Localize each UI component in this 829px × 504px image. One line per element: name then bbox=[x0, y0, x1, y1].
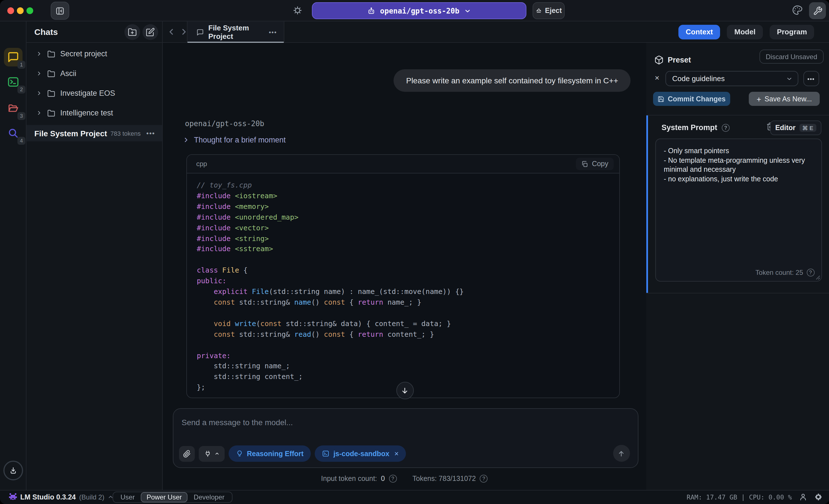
code-line: #include <iostream> bbox=[197, 191, 609, 202]
zoom-window-button[interactable] bbox=[27, 7, 33, 14]
code-line bbox=[197, 255, 609, 265]
search-icon bbox=[7, 127, 19, 139]
tab-bar: File System Project ••• bbox=[163, 22, 646, 43]
tab-options-button[interactable]: ••• bbox=[269, 29, 277, 35]
settings-gear-icon[interactable] bbox=[814, 493, 822, 501]
send-message-button[interactable] bbox=[613, 445, 630, 462]
nav-discover-button[interactable]: 4 bbox=[4, 124, 23, 142]
new-chat-button[interactable] bbox=[142, 24, 158, 40]
chat-folder-row[interactable]: Secret project bbox=[27, 44, 162, 64]
nav-developer-button[interactable]: 2 bbox=[4, 73, 23, 91]
chats-panel: Chats Secret projectAsciiInvestigate EOS… bbox=[27, 22, 163, 490]
thought-toggle[interactable]: Thought for a brief moment bbox=[183, 136, 286, 144]
scroll-to-bottom-button[interactable] bbox=[396, 382, 413, 399]
chat-folder-row[interactable]: Intelligence test bbox=[27, 103, 162, 123]
nav-rail: 1 2 3 4 bbox=[0, 22, 27, 490]
robot-icon bbox=[367, 6, 375, 15]
folder-plus-icon bbox=[128, 28, 137, 37]
commit-changes-button[interactable]: Commit Changes bbox=[653, 92, 730, 106]
js-code-sandbox-pill[interactable]: js-code-sandbox × bbox=[315, 445, 406, 462]
chat-options-button[interactable]: ••• bbox=[146, 129, 155, 137]
help-circle-icon[interactable]: ? bbox=[480, 475, 488, 482]
code-content: // toy_fs.cpp#include <iostream>#include… bbox=[187, 174, 619, 398]
save-icon bbox=[657, 96, 664, 102]
copy-code-button[interactable]: Copy bbox=[576, 158, 613, 170]
chat-main: File System Project ••• Please write an … bbox=[163, 22, 646, 490]
nav-my-models-button[interactable]: 3 bbox=[4, 99, 23, 118]
code-line bbox=[197, 340, 609, 351]
user-account-icon[interactable] bbox=[799, 493, 807, 501]
tab-title: File System Project bbox=[208, 24, 269, 41]
keyboard-shortcut-badge: ⌘ E bbox=[799, 124, 816, 132]
tab-file-system-project[interactable]: File System Project ••• bbox=[187, 22, 284, 43]
tab-model[interactable]: Model bbox=[727, 25, 763, 39]
new-folder-button[interactable] bbox=[124, 24, 140, 40]
shortcut-badge: 4 bbox=[17, 137, 25, 145]
system-prompt-title: System Prompt bbox=[661, 123, 717, 132]
chat-item-selected[interactable]: File System Project 783 tokens ••• bbox=[27, 125, 162, 141]
open-prompt-editor-button[interactable]: Editor ⌘ E bbox=[770, 120, 821, 135]
code-line: #include <unordered_map> bbox=[197, 212, 609, 223]
chat-name: File System Project bbox=[34, 129, 107, 138]
downloads-button[interactable] bbox=[3, 460, 23, 480]
code-line: const std::string& read() const { return… bbox=[197, 329, 609, 340]
settings-gear-button[interactable] bbox=[292, 4, 303, 16]
chat-folder-row[interactable]: Investigate EOS bbox=[27, 83, 162, 103]
back-button[interactable] bbox=[166, 27, 176, 37]
model-selector-dropdown[interactable]: openai/gpt-oss-20b bbox=[312, 2, 527, 19]
minimize-window-button[interactable] bbox=[17, 7, 24, 14]
user-message-bubble: Please write an example self contained t… bbox=[394, 69, 630, 92]
token-stats-line: Input token count: 0 ? Tokens: 783/13107… bbox=[163, 475, 646, 482]
tab-context[interactable]: Context bbox=[678, 25, 720, 39]
message-composer[interactable]: Send a message to the model... bbox=[173, 408, 638, 468]
tab-active-indicator bbox=[187, 42, 284, 43]
reasoning-effort-pill[interactable]: Reasoning Effort bbox=[228, 445, 311, 462]
code-language-label: cpp bbox=[196, 160, 207, 168]
code-line: #include <string> bbox=[197, 233, 609, 244]
eject-label: Eject bbox=[545, 7, 562, 15]
thought-label: Thought for a brief moment bbox=[194, 136, 286, 144]
preset-options-button[interactable]: ••• bbox=[803, 71, 819, 86]
response-model-name: openai/gpt-oss-20b bbox=[185, 119, 264, 128]
arrow-down-icon bbox=[400, 386, 409, 395]
chevron-right-icon bbox=[183, 137, 189, 143]
chat-folder-row[interactable]: Ascii bbox=[27, 64, 162, 83]
close-window-button[interactable] bbox=[7, 7, 14, 14]
remove-sandbox-button[interactable]: × bbox=[394, 449, 399, 458]
chevron-right-icon bbox=[36, 70, 42, 77]
developer-tools-button[interactable] bbox=[809, 2, 826, 19]
discard-unsaved-button[interactable]: Discard Unsaved bbox=[759, 49, 823, 64]
panel-tabs: Context Model Program bbox=[646, 22, 829, 43]
mode-user[interactable]: User bbox=[115, 493, 140, 502]
help-circle-icon[interactable]: ? bbox=[389, 475, 397, 482]
code-line: private: bbox=[197, 351, 609, 361]
mode-developer[interactable]: Developer bbox=[189, 493, 229, 502]
help-circle-icon[interactable]: ? bbox=[722, 123, 730, 132]
plugins-button[interactable] bbox=[199, 446, 224, 462]
mode-power-user[interactable]: Power User bbox=[141, 492, 187, 502]
system-prompt-textarea[interactable]: - Only smart pointers - No template meta… bbox=[655, 139, 822, 282]
terminal-icon bbox=[7, 76, 19, 88]
save-as-new-button[interactable]: + Save As New... bbox=[749, 92, 820, 106]
folder-icon bbox=[47, 50, 55, 58]
lightbulb-icon bbox=[236, 450, 243, 457]
reasoning-effort-label: Reasoning Effort bbox=[247, 449, 303, 458]
nav-chat-button[interactable]: 1 bbox=[4, 48, 23, 67]
preset-select-dropdown[interactable]: Code guidelines bbox=[665, 71, 798, 86]
clear-preset-button[interactable]: × bbox=[655, 73, 659, 82]
collapse-sidebar-button[interactable] bbox=[51, 2, 69, 20]
eject-model-button[interactable]: Eject bbox=[533, 2, 565, 19]
paperclip-icon bbox=[183, 449, 190, 458]
resize-handle[interactable] bbox=[815, 275, 820, 280]
code-line bbox=[197, 308, 609, 319]
folder-name: Ascii bbox=[60, 69, 76, 78]
chat-token-count: 783 tokens bbox=[110, 130, 141, 137]
attach-file-button[interactable] bbox=[179, 446, 194, 462]
tab-program[interactable]: Program bbox=[769, 25, 814, 39]
save-as-new-label: Save As New... bbox=[764, 95, 812, 103]
code-block: cpp Copy // toy_fs.cpp#include <iostream… bbox=[186, 154, 620, 398]
help-circle-icon[interactable]: ? bbox=[806, 268, 814, 277]
context-tokens-label: Tokens: 783/131072 bbox=[412, 475, 476, 482]
theme-palette-button[interactable] bbox=[792, 4, 803, 16]
code-block-header: cpp Copy bbox=[187, 155, 619, 174]
